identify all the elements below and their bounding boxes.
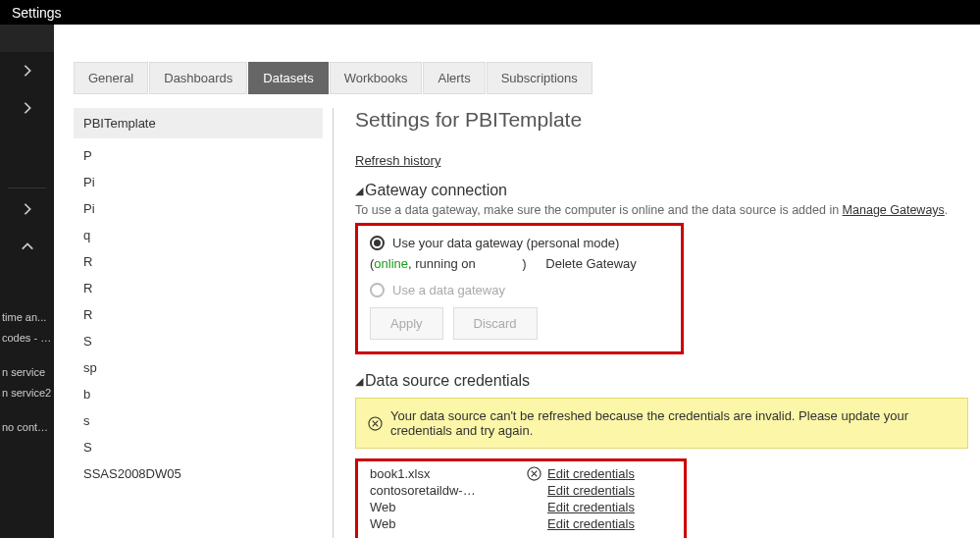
sidebar-label[interactable] [2, 404, 54, 416]
chevron-right-icon[interactable] [0, 190, 54, 228]
delete-gateway-link[interactable]: Delete Gateway [545, 256, 637, 271]
radio-icon [370, 283, 385, 297]
dataset-list: PBITemplate PPiPiqRRRSspbsSSSAS2008DW05 [74, 108, 334, 538]
edit-credentials-link[interactable]: Edit credentials [547, 483, 635, 498]
settings-title: Settings for PBITemplate [355, 108, 968, 132]
tabs: GeneralDashboardsDatasetsWorkbooksAlerts… [74, 62, 980, 94]
sidebar-label[interactable] [2, 350, 54, 361]
tab-dashboards[interactable]: Dashboards [149, 62, 247, 94]
dataset-item[interactable]: Pi [74, 195, 323, 222]
dataset-item[interactable]: S [74, 434, 323, 460]
chevron-up-icon[interactable] [0, 228, 54, 265]
credential-source-name: Web [370, 516, 527, 531]
dataset-item[interactable]: q [74, 222, 323, 248]
tab-workbooks[interactable]: Workbooks [330, 62, 423, 94]
discard-button[interactable]: Discard [453, 307, 538, 340]
credentials-warning: Your data source can't be refreshed beca… [355, 398, 968, 449]
dataset-list-heading: PBITemplate [74, 108, 323, 138]
apply-button[interactable]: Apply [370, 307, 443, 340]
credentials-highlight-box: book1.xlsxEdit credentialscontosoretaild… [355, 458, 687, 538]
gateway-subtext: To use a data gateway, make sure the com… [355, 203, 968, 217]
credential-source-name: book1.xlsx [370, 466, 527, 481]
caret-down-icon: ◢ [355, 185, 363, 197]
credentials-section-header[interactable]: ◢ Data source credentials [355, 372, 968, 390]
caret-down-icon: ◢ [355, 375, 363, 388]
credential-row: WebEdit credentials [370, 515, 672, 532]
dataset-item[interactable]: R [74, 248, 323, 275]
topbar: Settings [0, 0, 980, 25]
dataset-item[interactable]: P [74, 142, 323, 169]
dataset-item[interactable]: SSAS2008DW05 [74, 460, 323, 487]
edit-credentials-link[interactable]: Edit credentials [547, 516, 635, 531]
sidebar-label[interactable]: codes - c... [2, 330, 54, 348]
credential-row: WebEdit credentials [370, 499, 672, 515]
sidebar-label[interactable]: n service2 [2, 385, 54, 403]
settings-panel: Settings for PBITemplate Refresh history… [334, 108, 980, 538]
sidebar-label[interactable]: n service [2, 364, 54, 382]
dataset-item[interactable]: S [74, 328, 323, 354]
radio-enterprise-gateway[interactable]: Use a data gateway [370, 279, 669, 301]
dataset-item[interactable]: Pi [74, 169, 323, 195]
credential-row: contosoretaildw-…Edit credentials [370, 482, 672, 499]
credential-source-name: Web [370, 500, 527, 514]
tab-datasets[interactable]: Datasets [248, 62, 328, 94]
radio-icon [370, 236, 385, 250]
dataset-item[interactable]: sp [74, 354, 323, 381]
sidebar-label[interactable]: time an... [2, 309, 54, 327]
gateway-highlight-box: Use your data gateway (personal mode) (o… [355, 223, 684, 354]
sidebar-label[interactable]: no conten... [2, 419, 54, 437]
sidebar-labels: time an...codes - c...n servicen service… [0, 309, 54, 437]
edit-credentials-link[interactable]: Edit credentials [547, 500, 635, 514]
left-sidebar: time an...codes - c...n servicen service… [0, 25, 54, 538]
refresh-history-link[interactable]: Refresh history [355, 153, 440, 168]
page-title: Settings [12, 5, 62, 21]
radio-personal-gateway[interactable]: Use your data gateway (personal mode) [370, 232, 669, 254]
chevron-right-icon[interactable] [0, 52, 54, 89]
manage-gateways-link[interactable]: Manage Gateways [843, 203, 945, 217]
error-icon [527, 466, 542, 481]
dataset-item[interactable]: b [74, 381, 323, 407]
tab-alerts[interactable]: Alerts [423, 62, 485, 94]
edit-credentials-link[interactable]: Edit credentials [547, 466, 635, 481]
credential-source-name: contosoretaildw-… [370, 483, 527, 498]
gateway-status: (online, running on ) Delete Gateway [370, 254, 669, 279]
error-icon [368, 416, 383, 431]
dataset-item[interactable]: R [74, 275, 323, 301]
gateway-section-header[interactable]: ◢ Gateway connection [355, 182, 968, 199]
dataset-item[interactable]: s [74, 407, 323, 434]
tab-subscriptions[interactable]: Subscriptions [487, 62, 593, 94]
tab-general[interactable]: General [74, 62, 148, 94]
credential-row: book1.xlsxEdit credentials [370, 465, 672, 482]
chevron-right-icon[interactable] [0, 89, 54, 127]
dataset-item[interactable]: R [74, 301, 323, 328]
